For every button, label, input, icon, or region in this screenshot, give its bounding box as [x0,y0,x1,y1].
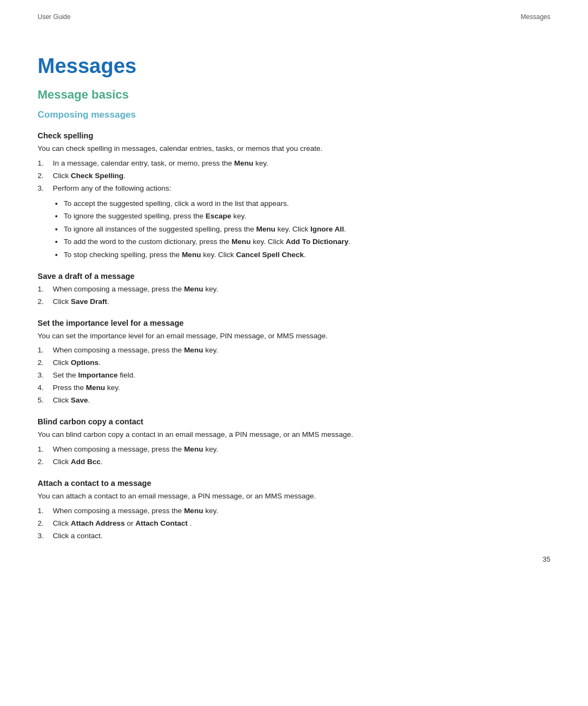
bullet-item: To ignore all instances of the suggested… [54,223,550,235]
step-item: 1.When composing a message, press the Me… [38,506,550,517]
header-right: Messages [520,13,550,21]
step-number: 2. [38,518,44,530]
step-item: 3.Click a contact. [38,531,550,542]
topic-intro-blind-carbon-copy: You can blind carbon copy a contact in a… [38,429,550,441]
bullet-item: To accept the suggested spelling, click … [54,198,550,210]
steps-list-importance-level: 1.When composing a message, press the Me… [38,345,550,406]
topic-intro-importance-level: You can set the importance level for an … [38,331,550,342]
bold-term: Save [71,396,88,404]
bold-term: Ignore All [310,225,344,233]
step-item: 2.Click Check Spelling. [38,171,550,182]
steps-list-check-spelling: 1.In a message, calendar entry, task, or… [38,158,550,194]
bold-term: Menu [231,238,250,246]
topic-importance-level: Set the importance level for a messageYo… [38,319,550,407]
step-number: 1. [38,345,44,356]
bold-term: Escape [205,212,231,220]
topic-save-draft: Save a draft of a message1.When composin… [38,272,550,308]
step-number: 3. [38,183,44,194]
topic-intro-check-spelling: You can check spelling in messages, cale… [38,143,550,155]
bold-term: Menu [184,445,203,453]
step-number: 2. [38,457,44,468]
topic-intro-attach-contact: You can attach a contact to an email mes… [38,491,550,502]
topic-title-attach-contact: Attach a contact to a message [38,479,550,488]
step-number: 1. [38,158,44,169]
bold-term: Check Spelling [71,172,124,180]
bullet-item: To stop checking spelling, press the Men… [54,249,550,261]
header-left: User Guide [38,13,71,21]
bold-term: Menu [184,285,203,293]
bold-term: Save Draft [71,297,107,306]
section-title: Message basics [38,88,550,102]
step-item: 4.Press the Menu key. [38,382,550,394]
topics-container: Check spellingYou can check spelling in … [38,131,550,541]
step-number: 1. [38,284,44,295]
bold-term: Menu [184,346,203,354]
topic-blind-carbon-copy: Blind carbon copy a contactYou can blind… [38,417,550,468]
bold-term: Menu [234,159,253,167]
topic-attach-contact: Attach a contact to a messageYou can att… [38,479,550,542]
step-number: 2. [38,296,44,308]
step-number: 3. [38,370,44,381]
bold-term: Add Bcc [71,458,101,466]
page: User Guide Messages Messages Message bas… [0,0,588,580]
bold-term: Attach Contact [136,519,188,527]
bold-term: Importance [78,371,118,379]
bold-term: Menu [86,384,105,392]
step-item: 2.Click Options. [38,357,550,369]
bold-term: Attach Address [71,519,125,527]
topic-title-importance-level: Set the importance level for a message [38,319,550,327]
main-title: Messages [38,54,550,78]
topic-title-save-draft: Save a draft of a message [38,272,550,281]
step-number: 2. [38,171,44,182]
step-number: 3. [38,531,44,542]
step-item: 2.Click Save Draft. [38,296,550,308]
bullet-item: To ignore the suggested spelling, press … [54,210,550,222]
bold-term: Menu [184,507,203,515]
step-item: 3.Set the Importance field. [38,370,550,381]
bold-term: Add To Dictionary [286,238,348,246]
step-item: 5.Click Save. [38,395,550,406]
step-item: 2.Click Attach Address or Attach Contact… [38,518,550,530]
step-number: 1. [38,506,44,517]
bullet-item: To add the word to the custom dictionary… [54,236,550,248]
step-item: 1.In a message, calendar entry, task, or… [38,158,550,169]
step-item: 1.When composing a message, press the Me… [38,284,550,295]
steps-list-attach-contact: 1.When composing a message, press the Me… [38,506,550,542]
step-number: 1. [38,444,44,455]
steps-list-save-draft: 1.When composing a message, press the Me… [38,284,550,308]
step-item: 1.When composing a message, press the Me… [38,444,550,455]
steps-list-blind-carbon-copy: 1.When composing a message, press the Me… [38,444,550,468]
subsection-title: Composing messages [38,109,550,120]
bold-term: Menu [182,251,201,259]
step-item: 1.When composing a message, press the Me… [38,345,550,356]
topic-check-spelling: Check spellingYou can check spelling in … [38,131,550,261]
bold-term: Options [71,358,99,367]
bold-term: Cancel Spell Check [236,251,304,259]
topic-title-check-spelling: Check spelling [38,131,550,140]
topic-title-blind-carbon-copy: Blind carbon copy a contact [38,417,550,426]
step-number: 2. [38,357,44,369]
step-item: 2.Click Add Bcc. [38,457,550,468]
bullet-list-check-spelling: To accept the suggested spelling, click … [38,198,550,261]
step-item: 3.Perform any of the following actions: [38,183,550,194]
page-number: 35 [543,555,550,563]
bold-term: Menu [256,225,275,233]
step-number: 5. [38,395,44,406]
step-number: 4. [38,382,44,394]
